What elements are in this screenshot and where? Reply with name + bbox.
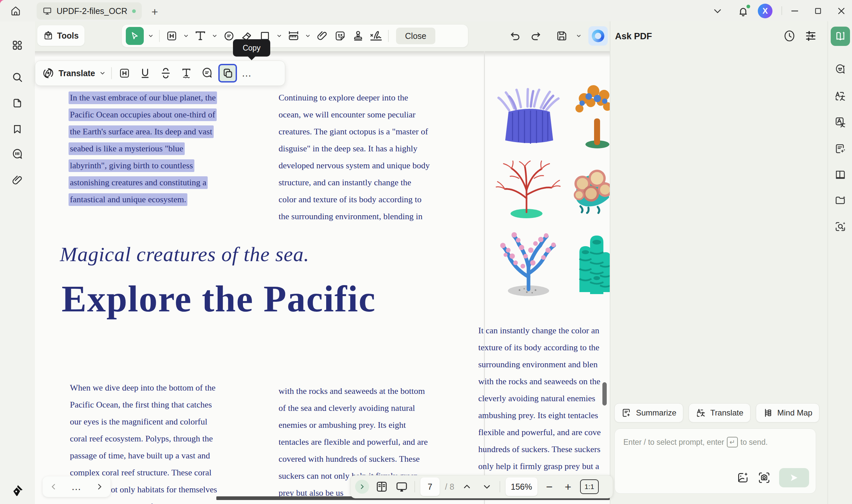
new-tab-button[interactable]: +: [149, 6, 160, 17]
ai-files-icon[interactable]: [834, 194, 847, 207]
actual-size-button[interactable]: 1:1: [580, 480, 599, 494]
measure-tool-icon[interactable]: [286, 27, 301, 45]
previous-page-chevron-icon[interactable]: [460, 480, 474, 494]
tools-box-icon: [43, 31, 53, 41]
screenshot-camera-icon[interactable]: [758, 471, 770, 484]
send-button[interactable]: [779, 468, 809, 487]
save-icon[interactable]: [554, 29, 569, 43]
reader-book-icon[interactable]: [834, 168, 847, 181]
thumbnails-grid-icon[interactable]: [11, 39, 24, 52]
chat-history-icon[interactable]: [782, 29, 797, 43]
page8-octopus-paragraph[interactable]: It can instantly change the color antext…: [478, 322, 601, 475]
attachments-icon[interactable]: [11, 174, 24, 187]
unsaved-dot: [132, 9, 136, 13]
presentation-mode-icon[interactable]: [394, 480, 409, 494]
ai-tools-rail: [828, 21, 852, 504]
highlight-tool-chevron-icon[interactable]: [182, 27, 190, 45]
coral-paragraph[interactable]: When we dive deep into the bottom of the…: [70, 379, 216, 481]
chat-settings-sliders-icon[interactable]: [803, 29, 818, 43]
highlight-tool-icon[interactable]: [164, 27, 179, 45]
text-tool-icon[interactable]: [193, 27, 208, 45]
ai-assistant-icon: [592, 30, 604, 42]
ai-chat-icon[interactable]: [834, 63, 847, 76]
zoom-level-input[interactable]: 156%: [505, 478, 537, 496]
undo-icon[interactable]: [508, 29, 522, 43]
close-window-button[interactable]: [835, 5, 848, 17]
sticker-tool-icon[interactable]: [333, 27, 348, 45]
attachment-tool-icon[interactable]: [315, 27, 330, 45]
view-control-bar: 7 / 8 156% − + 1:1: [350, 475, 613, 498]
comments-icon[interactable]: [11, 148, 24, 161]
document-tab[interactable]: UPDF-2-files_OCR: [37, 2, 142, 20]
comment-bubble-icon[interactable]: [198, 64, 216, 83]
enter-key-icon: ↵: [727, 437, 738, 447]
vertical-scrollbar-thumb[interactable]: [602, 382, 607, 406]
page-number-input[interactable]: 7: [420, 478, 440, 496]
summarize-button[interactable]: Summarize: [615, 403, 683, 422]
stamp-tool-icon[interactable]: [351, 27, 366, 45]
pen-nib-icon[interactable]: [11, 484, 24, 497]
ask-pdf-title: Ask PDF: [615, 31, 652, 41]
highlight-text-icon[interactable]: [115, 64, 134, 83]
select-tool-button[interactable]: [126, 27, 144, 45]
strikethrough-icon[interactable]: [156, 64, 175, 83]
measure-tool-chevron-icon[interactable]: [304, 27, 312, 45]
squiggly-underline-icon[interactable]: [177, 64, 196, 83]
ai-reader-button[interactable]: [831, 26, 850, 46]
select-tool-chevron-icon[interactable]: [147, 27, 155, 45]
ai-search-icon[interactable]: [834, 220, 847, 233]
copy-button[interactable]: [218, 64, 237, 83]
zoom-in-button[interactable]: +: [562, 480, 575, 493]
bookmarks-icon[interactable]: [11, 122, 24, 136]
pages-icon[interactable]: [11, 96, 24, 110]
toolbar-divider: [388, 30, 389, 42]
collapse-toolbar-icon[interactable]: [712, 6, 724, 16]
ai-assistant-button[interactable]: [588, 26, 608, 46]
red-fan-coral-image: [492, 158, 565, 218]
document-viewport[interactable]: In the vast embrace of our blue planet, …: [35, 51, 610, 504]
notification-dot: [746, 5, 750, 8]
next-page-icon[interactable]: [95, 483, 104, 491]
minimize-button[interactable]: [788, 5, 801, 17]
mind-map-button[interactable]: Mind Map: [756, 403, 819, 422]
expand-bar-button[interactable]: [355, 480, 369, 494]
notifications-bell-icon[interactable]: [736, 4, 750, 18]
copy-tooltip: Copy: [233, 39, 270, 57]
zoom-out-button[interactable]: −: [543, 480, 556, 493]
two-page-view-icon[interactable]: [374, 480, 389, 494]
input-action-icons: [736, 468, 809, 487]
close-tools-button[interactable]: Close: [396, 28, 435, 44]
coral-paragraph-clipped-line[interactable]: happy homes" for numerous: [98, 498, 196, 504]
signature-tool-icon[interactable]: [369, 27, 384, 45]
summarize-icon: [621, 408, 632, 418]
prev-page-icon[interactable]: [50, 483, 57, 491]
redo-icon[interactable]: [529, 29, 543, 43]
chat-input-box[interactable]: Enter / to select prompt, enter ↵ to sen…: [615, 429, 816, 494]
translate-dropdown-button[interactable]: Translate: [40, 63, 108, 83]
search-icon[interactable]: [11, 71, 24, 84]
translate-label: Translate: [58, 69, 95, 78]
monitor-icon: [42, 6, 52, 16]
selected-paragraph[interactable]: In the vast embrace of our blue planet, …: [70, 89, 216, 208]
shape-tool-chevron-icon[interactable]: [276, 27, 283, 45]
text-tool-chevron-icon[interactable]: [211, 27, 218, 45]
pink-blue-coral-image: [494, 227, 564, 297]
avatar[interactable]: X: [758, 4, 773, 18]
tools-button[interactable]: Tools: [37, 25, 85, 46]
home-icon[interactable]: [9, 5, 22, 17]
selection-toolbar-divider: [111, 67, 112, 79]
nav-more-button[interactable]: …: [71, 481, 82, 492]
attach-image-icon[interactable]: [736, 471, 749, 484]
underline-icon[interactable]: [136, 64, 155, 83]
title-bar: UPDF-2-files_OCR + X: [0, 0, 852, 21]
maximize-button[interactable]: [811, 5, 825, 17]
coral-paragraph-partial-line[interactable]: not only habitats for themselves: [107, 481, 217, 498]
ai-summary-icon[interactable]: [834, 142, 847, 155]
octopus-paragraph[interactable]: Continuing to explore deeper into theoce…: [279, 89, 430, 225]
next-page-chevron-icon[interactable]: [480, 480, 494, 494]
translate-page-icon[interactable]: [834, 116, 847, 128]
save-chevron-icon[interactable]: [575, 27, 582, 45]
translate-suggestion-button[interactable]: Translate: [689, 403, 750, 422]
translate-text-icon[interactable]: [834, 90, 847, 103]
more-options-button[interactable]: …: [239, 68, 255, 79]
